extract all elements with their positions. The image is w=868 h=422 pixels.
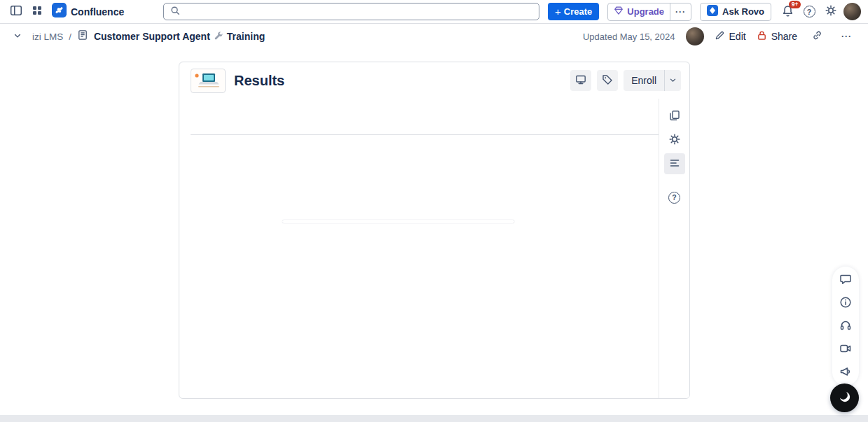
info-icon <box>839 296 852 311</box>
help-button[interactable]: ? <box>800 3 818 21</box>
results-header: Results Enroll <box>179 62 689 99</box>
breadcrumb-separator: / <box>69 31 71 42</box>
chevron-down-icon <box>13 31 22 42</box>
monitor-icon <box>575 74 586 87</box>
page-more-button[interactable]: ··· <box>836 31 857 41</box>
video-button[interactable] <box>837 342 854 356</box>
page-header-bar: izi LMS / Customer Support Agent Trainin… <box>0 24 868 49</box>
global-search[interactable] <box>163 3 539 20</box>
page-icon <box>77 29 88 43</box>
breadcrumb-space-link[interactable]: izi LMS <box>32 31 63 42</box>
plus-icon: + <box>555 6 561 17</box>
create-button[interactable]: + Create <box>548 3 599 20</box>
expand-sidebar-button[interactable] <box>8 27 27 45</box>
comments-button[interactable] <box>837 273 854 287</box>
status-history-popup <box>282 220 514 223</box>
confluence-logo-icon <box>52 3 67 20</box>
topnav-right-cluster: 9+ ? <box>778 3 861 21</box>
label-button[interactable] <box>597 70 618 91</box>
results-settings-button[interactable] <box>664 129 685 150</box>
share-label: Share <box>771 31 797 42</box>
megaphone-icon <box>839 365 852 380</box>
table-header <box>191 125 659 135</box>
help-icon: ? <box>668 192 680 204</box>
card-side-rail: ? <box>659 99 689 398</box>
tag-icon <box>602 74 613 87</box>
notifications-button[interactable]: 9+ <box>778 3 797 21</box>
vendor-chat-fab[interactable] <box>830 384 859 412</box>
chevron-down-icon <box>669 76 677 86</box>
search-input[interactable] <box>185 6 532 17</box>
confluence-logo-home[interactable]: Confluence <box>52 3 124 20</box>
search-icon <box>170 6 180 18</box>
link-icon <box>812 30 822 43</box>
present-button[interactable] <box>570 70 591 91</box>
edit-label: Edit <box>729 31 746 42</box>
video-icon <box>839 342 852 357</box>
comment-icon <box>839 273 852 288</box>
results-illustration <box>191 69 226 93</box>
page-title-text-2: Training <box>227 31 265 42</box>
details-button[interactable] <box>837 296 854 310</box>
gear-icon <box>669 134 680 147</box>
bottom-edge <box>0 415 868 422</box>
upgrade-button[interactable]: Upgrade <box>608 3 670 20</box>
ask-rovo-label: Ask Rovo <box>722 6 764 17</box>
edit-button[interactable]: Edit <box>715 30 746 43</box>
pencil-icon <box>715 30 725 43</box>
headset-icon <box>839 319 852 334</box>
enroll-split-button: Enroll <box>624 70 681 91</box>
help-icon: ? <box>804 6 815 17</box>
wrench-icon <box>214 31 223 43</box>
copy-icon <box>669 110 680 123</box>
upgrade-group: Upgrade ··· <box>607 3 691 21</box>
app-name: Confluence <box>71 6 124 17</box>
results-title: Results <box>234 73 284 89</box>
page-title-text: Customer Support Agent <box>94 31 210 42</box>
page-author-avatar[interactable] <box>686 27 704 45</box>
results-panel: Results Enroll <box>179 62 690 399</box>
page-title: Customer Support Agent Training <box>94 31 265 43</box>
status-history-button[interactable] <box>664 153 685 174</box>
more-options-button[interactable]: ··· <box>670 3 691 20</box>
gear-icon <box>825 5 836 18</box>
sidebar-toggle-button[interactable] <box>7 3 25 21</box>
upgrade-label: Upgrade <box>627 6 664 17</box>
create-label: Create <box>564 6 592 17</box>
settings-button[interactable] <box>822 3 840 21</box>
page-actions: Updated May 15, 2024 Edit Share ··· <box>583 27 857 45</box>
copy-results-button[interactable] <box>664 106 685 127</box>
rail-help-button[interactable]: ? <box>664 187 685 208</box>
notifications-count-badge: 9+ <box>789 1 801 9</box>
right-toolbar <box>832 267 859 386</box>
history-icon <box>669 157 680 171</box>
audio-button[interactable] <box>837 319 854 333</box>
sidebar-toggle-icon <box>10 4 22 19</box>
rovo-logo-icon <box>707 5 718 18</box>
feedback-button[interactable] <box>837 365 854 379</box>
last-updated-link[interactable]: Updated May 15, 2024 <box>583 31 675 42</box>
stiltsoft-logo-icon <box>836 388 854 408</box>
results-actions: Enroll <box>570 70 681 91</box>
top-navigation: Confluence + Create Upgrade ··· Ask Rovo <box>0 0 868 24</box>
gem-icon <box>614 6 624 17</box>
user-avatar[interactable] <box>843 3 861 20</box>
app-grid-icon <box>32 5 43 18</box>
results-table <box>191 125 659 135</box>
stats-row <box>179 99 659 123</box>
enroll-dropdown-button[interactable] <box>664 70 681 91</box>
copy-link-button[interactable] <box>808 27 826 45</box>
lock-icon <box>757 30 767 43</box>
share-button[interactable]: Share <box>757 30 797 43</box>
ask-rovo-button[interactable]: Ask Rovo <box>700 3 771 21</box>
app-switcher-button[interactable] <box>28 3 46 21</box>
enroll-button[interactable]: Enroll <box>624 70 664 91</box>
